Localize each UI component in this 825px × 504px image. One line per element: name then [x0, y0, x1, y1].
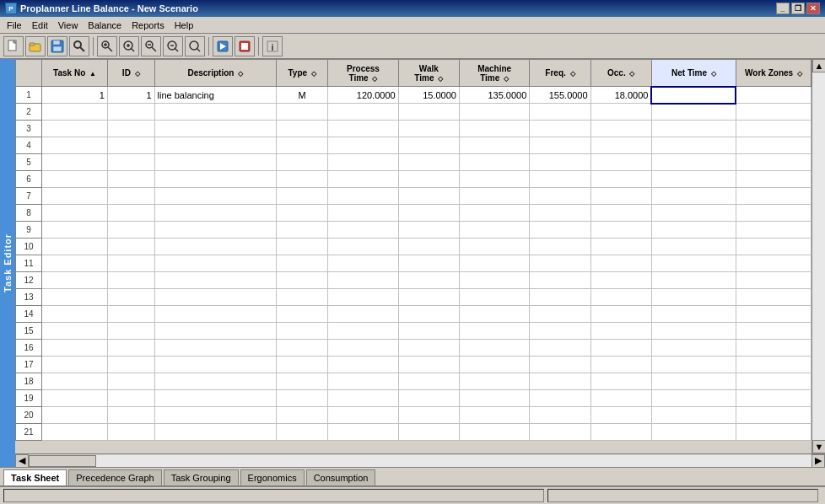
save-button[interactable] [47, 36, 67, 56]
zoom-in-1-button[interactable] [97, 36, 117, 56]
cell-occ[interactable]: 18.0000 [590, 87, 651, 104]
col-header-machinetime[interactable]: MachineTime ◇ [459, 60, 529, 87]
col-header-description[interactable]: Description ◇ [154, 60, 277, 87]
svg-rect-28 [241, 43, 248, 50]
minimize-button[interactable]: _ [776, 3, 790, 14]
row-number: 1 [16, 87, 42, 104]
cell-taskno[interactable]: 1 [42, 87, 108, 104]
cell-nettime[interactable] [651, 87, 736, 104]
col-header-nettime[interactable]: Net Time ◇ [651, 60, 736, 87]
table-row: 11 [16, 255, 812, 272]
zoom-fit-button[interactable] [185, 36, 205, 56]
side-label: Task Editor [0, 59, 15, 467]
zoom-in-2-button[interactable] [119, 36, 139, 56]
tab-consumption[interactable]: Consumption [306, 469, 376, 485]
col-header-type[interactable]: Type ◇ [277, 60, 328, 87]
scroll-left-button[interactable]: ◀ [15, 454, 29, 468]
svg-rect-5 [53, 40, 60, 45]
zoom-out-2-button[interactable] [163, 36, 183, 56]
menu-view[interactable]: View [53, 19, 84, 32]
tab-precedence-graph[interactable]: Precedence Graph [68, 469, 161, 485]
data-table: Task No ▲ ID ◇ Description ◇ [15, 59, 812, 441]
tab-ergonomics[interactable]: Ergonomics [240, 469, 305, 485]
scroll-up-button[interactable]: ▲ [812, 59, 825, 72]
title-bar: P Proplanner Line Balance - New Scenario… [0, 0, 825, 17]
cell-workzones[interactable] [736, 87, 811, 104]
separator-3 [258, 37, 259, 56]
svg-rect-3 [30, 43, 35, 46]
tab-task-sheet[interactable]: Task Sheet [3, 469, 67, 485]
table-row: 5 [16, 154, 812, 171]
table-row: 4 [16, 137, 812, 154]
grid-wrapper: Task No ▲ ID ◇ Description ◇ [15, 59, 825, 453]
horizontal-scrollbar[interactable]: ◀ ▶ [15, 453, 825, 467]
new-button[interactable] [3, 36, 24, 56]
toolbar: i [0, 34, 825, 59]
table-row: 13 [16, 289, 812, 306]
col-header-freq[interactable]: Freq. ◇ [530, 60, 590, 87]
app-icon: P [5, 3, 17, 14]
tab-bar: Task Sheet Precedence Graph Task Groupin… [0, 467, 825, 485]
col-header-processtime[interactable]: ProcessTime ◇ [328, 60, 398, 87]
table-row: 1 1 1 line balancing M 120.0000 15.0000 … [16, 87, 812, 104]
svg-text:i: i [271, 42, 273, 52]
col-header-walktime[interactable]: WalkTime ◇ [398, 60, 459, 87]
cell-description[interactable]: line balancing [154, 87, 277, 104]
svg-line-10 [108, 47, 112, 51]
cell-machinetime[interactable]: 135.0000 [459, 87, 529, 104]
info-button[interactable]: i [262, 36, 283, 56]
close-button[interactable]: ✕ [806, 3, 820, 14]
restore-button[interactable]: ❐ [791, 3, 805, 14]
separator-1 [93, 37, 94, 56]
table-row: 21 [16, 424, 812, 441]
table-row: 20 [16, 407, 812, 424]
svg-line-14 [131, 48, 134, 51]
menu-balance[interactable]: Balance [83, 19, 127, 32]
separator-2 [208, 37, 209, 56]
zoom-out-1-button[interactable] [141, 36, 161, 56]
window-controls: _ ❐ ✕ [776, 3, 820, 14]
svg-rect-6 [53, 46, 62, 51]
svg-point-7 [74, 41, 81, 48]
scroll-thumb[interactable] [29, 455, 96, 467]
col-header-taskno[interactable]: Task No ▲ [42, 60, 108, 87]
table-row: 17 [16, 357, 812, 373]
status-left [3, 489, 544, 502]
svg-line-21 [175, 48, 178, 51]
table-row: 10 [16, 239, 812, 255]
table-row: 16 [16, 340, 812, 357]
tab-task-grouping[interactable]: Task Grouping [164, 469, 239, 485]
col-header-rownum[interactable] [16, 60, 42, 87]
table-row: 7 [16, 188, 812, 205]
cell-type[interactable]: M [277, 87, 328, 104]
table-row: 6 [16, 171, 812, 188]
status-bar [0, 485, 825, 504]
col-header-occ[interactable]: Occ. ◇ [590, 60, 651, 87]
window-title: Proplanner Line Balance - New Scenario [20, 3, 198, 13]
svg-line-8 [80, 47, 84, 51]
run-button[interactable] [213, 36, 233, 56]
scroll-right-button[interactable]: ▶ [812, 454, 825, 468]
main-container: Task Editor [0, 59, 825, 467]
menu-edit[interactable]: Edit [27, 19, 53, 32]
stop-button[interactable] [235, 36, 255, 56]
table-row: 2 [16, 104, 812, 121]
cell-processtime[interactable]: 120.0000 [328, 87, 398, 104]
cell-freq[interactable]: 155.0000 [530, 87, 590, 104]
table-row: 18 [16, 373, 812, 390]
scroll-down-button[interactable]: ▼ [812, 440, 825, 453]
menu-file[interactable]: File [2, 19, 27, 32]
vertical-scrollbar[interactable]: ▲ ▼ [812, 59, 825, 453]
open-button[interactable] [25, 36, 46, 56]
menu-reports[interactable]: Reports [127, 19, 170, 32]
svg-line-18 [152, 47, 156, 51]
table-row: 19 [16, 390, 812, 407]
col-header-id[interactable]: ID ◇ [107, 60, 154, 87]
cell-id[interactable]: 1 [107, 87, 154, 104]
table-row: 3 [16, 121, 812, 137]
menu-help[interactable]: Help [170, 19, 199, 32]
col-header-workzones[interactable]: Work Zones ◇ [736, 60, 811, 87]
cell-walktime[interactable]: 15.0000 [398, 87, 459, 104]
search-button[interactable] [69, 36, 89, 56]
grid-container: Task No ▲ ID ◇ Description ◇ [15, 59, 825, 467]
